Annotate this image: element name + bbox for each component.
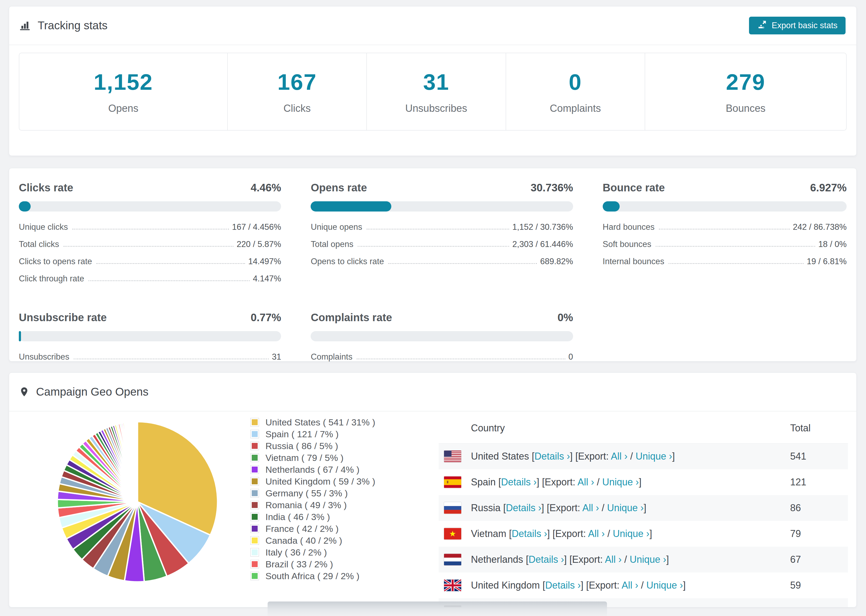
rate-progress-bar: [311, 331, 573, 341]
details-link[interactable]: Details ›: [534, 451, 570, 462]
total-column-header: Total: [790, 423, 848, 434]
legend-item-italy: Italy ( 36 / 2% ): [250, 546, 375, 558]
bracket: ]: [654, 605, 657, 607]
metric-value: 0: [568, 352, 573, 362]
rate-progress-fill: [603, 201, 620, 212]
dotted-leader: [88, 280, 250, 281]
export-all-link[interactable]: All ›: [588, 528, 605, 539]
country-column-header: Country: [439, 423, 790, 434]
legend-label: United Kingdom ( 59 / 3% ): [265, 476, 375, 487]
rate-progress-bar: [19, 201, 281, 212]
page-title: Tracking stats: [38, 19, 107, 32]
table-row-netherlands: Netherlands [Details ›] [Export: All › /…: [439, 547, 848, 572]
us-flag-icon: [444, 451, 461, 462]
dotted-leader: [358, 246, 509, 247]
metric-row-unsubscribes: Unsubscribes31: [19, 348, 281, 366]
total-cell: 59: [790, 580, 848, 591]
details-link[interactable]: Details ›: [545, 580, 581, 591]
legend-color-chip: [250, 572, 259, 580]
dotted-leader: [656, 246, 815, 247]
country-cell: Netherlands [Details ›] [Export: All › /…: [471, 554, 790, 565]
slash: /: [594, 476, 602, 487]
details-link[interactable]: Details ›: [529, 554, 564, 565]
legend-label: South Africa ( 29 / 2% ): [265, 571, 360, 581]
dotted-leader: [669, 263, 804, 264]
metric-row-clicks-to-opens-rate: Clicks to opens rate14.497%: [19, 253, 281, 270]
export-label: Export:: [555, 528, 588, 539]
stat-card-clicks: 167Clicks: [227, 53, 366, 130]
bracket: ]: [672, 451, 675, 462]
legend-item-vietnam: Vietnam ( 79 / 5% ): [250, 452, 375, 464]
vn-flag-icon: [444, 528, 461, 540]
rate-progress-fill: [19, 331, 21, 341]
legend-label: Russia ( 86 / 5% ): [265, 441, 338, 451]
legend-item-brazil: Brazil ( 33 / 2% ): [250, 558, 375, 570]
total-cell: 86: [790, 502, 848, 514]
slash: /: [627, 451, 636, 462]
geo-table-header: Country Total: [439, 413, 848, 443]
export-all-link[interactable]: All ›: [611, 451, 627, 462]
export-unique-link[interactable]: Unique ›: [613, 528, 650, 539]
geo-table: Country Total United States [Details ›] …: [439, 413, 848, 607]
dotted-leader: [659, 229, 790, 229]
rate-progress-fill: [19, 201, 31, 212]
rate-block-clicks-rate: Clicks rate4.46%Unique clicks167 / 4.456…: [19, 182, 281, 287]
metric-row-unique-opens: Unique opens1,152 / 30.736%: [311, 218, 573, 236]
legend-label: India ( 46 / 3% ): [265, 512, 330, 522]
bracket: [: [540, 580, 545, 591]
bracket: ]: [639, 476, 641, 487]
stats-summary-row: 1,152Opens167Clicks31Unsubscribes0Compla…: [19, 53, 847, 130]
table-row-spain: Spain [Details ›] [Export: All › / Uniqu…: [439, 469, 848, 495]
pie-slice-other-country[interactable]: [137, 422, 137, 502]
metric-value: 14.497%: [248, 257, 281, 266]
export-all-link[interactable]: All ›: [622, 580, 638, 591]
metric-label: Unsubscribes: [19, 352, 69, 362]
dotted-leader: [74, 358, 269, 359]
metric-value: 242 / 86.738%: [793, 222, 847, 232]
bracket: ]: [666, 554, 669, 565]
export-all-link[interactable]: All ›: [578, 476, 594, 487]
bar-chart-icon: [19, 19, 31, 32]
metric-value: 18 / 0%: [819, 239, 847, 249]
metric-label: Complaints: [311, 352, 352, 362]
bracket: ]: [644, 502, 646, 513]
bracket: ] [: [537, 476, 545, 487]
rate-progress-bar: [603, 201, 847, 212]
legend-label: Canada ( 40 / 2% ): [265, 535, 342, 546]
metric-label: Unique opens: [311, 222, 362, 232]
es-flag-icon: [444, 476, 461, 488]
metric-label: Unique clicks: [19, 222, 68, 232]
rate-block-opens-rate: Opens rate30.736%Unique opens1,152 / 30.…: [311, 182, 573, 270]
export-unique-link[interactable]: Unique ›: [617, 605, 654, 607]
export-basic-stats-button[interactable]: Export basic stats: [749, 17, 846, 35]
export-unique-link[interactable]: Unique ›: [630, 554, 666, 565]
details-link[interactable]: Details ›: [506, 502, 542, 513]
export-all-link[interactable]: All ›: [582, 502, 599, 513]
export-unique-link[interactable]: Unique ›: [602, 476, 639, 487]
details-link[interactable]: Details ›: [512, 528, 547, 539]
details-link[interactable]: Details ›: [501, 476, 537, 487]
bracket: ] [: [581, 580, 589, 591]
country-name: Netherlands: [471, 554, 523, 565]
metric-value: 220 / 5.87%: [237, 239, 281, 249]
bracket: ]: [650, 528, 652, 539]
metric-value: 31: [272, 352, 281, 362]
dotted-leader: [63, 246, 233, 247]
country-cell: United Kingdom [Details ›] [Export: All …: [471, 580, 790, 591]
export-all-link[interactable]: All ›: [605, 554, 622, 565]
slash: /: [599, 502, 607, 513]
horizontal-scrollbar-thumb[interactable]: [268, 602, 607, 616]
export-unique-link[interactable]: Unique ›: [646, 580, 683, 591]
bracket: [: [496, 476, 501, 487]
metric-value: 2,303 / 61.446%: [512, 239, 573, 249]
rate-title: Unsubscribe rate: [19, 311, 107, 324]
metric-label: Opens to clicks rate: [311, 257, 384, 266]
legend-color-chip: [250, 465, 259, 474]
export-unique-link[interactable]: Unique ›: [607, 502, 644, 513]
dotted-leader: [96, 263, 245, 264]
export-unique-link[interactable]: Unique ›: [636, 451, 672, 462]
dotted-leader: [357, 358, 565, 359]
rate-value: 6.927%: [810, 182, 847, 194]
metric-row-hard-bounces: Hard bounces242 / 86.738%: [603, 218, 847, 236]
stat-label: Bounces: [726, 103, 765, 114]
